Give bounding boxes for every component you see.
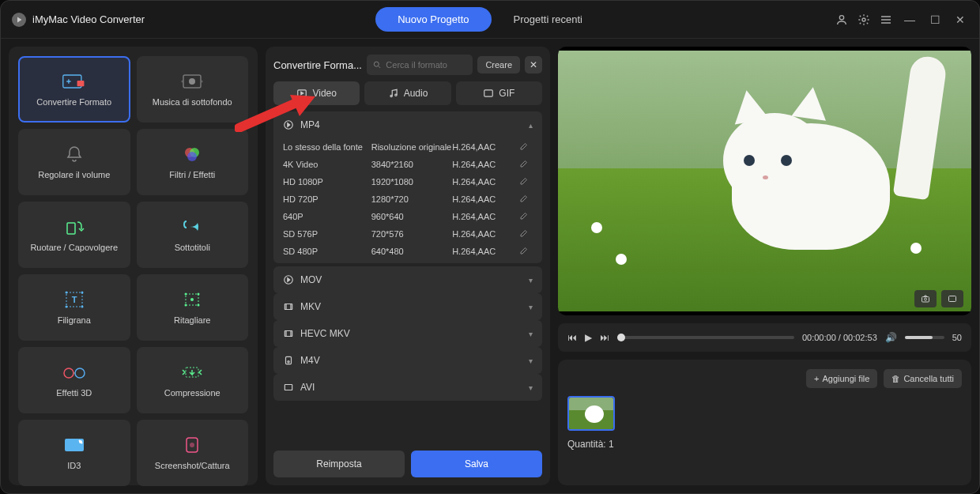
preset-name: HD 1080P	[283, 177, 371, 187]
volume-icon[interactable]: 🔊	[885, 332, 897, 343]
preset-row[interactable]: Lo stesso della fonteRisoluzione origina…	[283, 138, 533, 156]
fullscreen-button[interactable]	[941, 290, 963, 307]
edit-icon[interactable]	[518, 212, 533, 221]
minimize-button[interactable]: —	[902, 13, 918, 26]
edit-icon[interactable]	[518, 194, 533, 204]
scrubber[interactable]	[617, 336, 794, 339]
audio-icon	[388, 88, 399, 99]
preset-row[interactable]: HD 1080P1920*1080H.264,AAC	[283, 173, 533, 190]
tool-filters-effects[interactable]: Filtri / Effetti	[137, 129, 249, 195]
svg-rect-42	[285, 385, 292, 390]
create-button[interactable]: Creare	[477, 56, 520, 74]
preset-row[interactable]: SD 576P720*576H.264,AAC	[283, 225, 533, 243]
tool-label: Ruotare / Capovolgere	[30, 243, 118, 252]
preset-resolution: 1920*1080	[371, 177, 452, 187]
tab-recent-projects[interactable]: Progetti recenti	[492, 7, 605, 32]
preset-row[interactable]: HD 720P1280*720H.264,AAC	[283, 190, 533, 208]
format-name: MOV	[300, 274, 322, 285]
preset-name: SD 480P	[283, 247, 371, 256]
rotate-icon	[62, 217, 87, 236]
tool-screenshot[interactable]: Screenshot/Cattura	[137, 420, 249, 486]
format-group-header[interactable]: HEVC MKV▾	[273, 320, 542, 347]
edit-icon[interactable]	[518, 142, 533, 152]
preset-name: 4K Video	[283, 160, 371, 169]
save-button[interactable]: Salva	[411, 451, 542, 477]
tool-adjust-volume[interactable]: Regolare il volume	[18, 129, 130, 195]
tool-label: ID3	[67, 461, 81, 470]
preset-resolution: Risoluzione originale	[371, 142, 452, 152]
play-button[interactable]: ▶	[585, 332, 592, 343]
svg-point-20	[185, 293, 187, 296]
tab-gif[interactable]: GIF	[456, 81, 542, 105]
format-icon	[283, 355, 294, 366]
maximize-button[interactable]: ☐	[927, 13, 943, 26]
tool-rotate-flip[interactable]: Ruotare / Capovolgere	[18, 202, 130, 268]
svg-point-25	[75, 368, 85, 378]
edit-icon[interactable]	[518, 177, 533, 187]
format-group-header[interactable]: M4V▾	[273, 347, 542, 374]
close-panel-button[interactable]: ✕	[525, 56, 542, 74]
tool-watermark[interactable]: T Filigrana	[18, 274, 130, 341]
tool-compression[interactable]: Compressione	[137, 347, 249, 413]
clear-all-button[interactable]: 🗑 Cancella tutti	[884, 369, 962, 388]
search-icon	[373, 60, 381, 70]
format-group-header[interactable]: MOV▾	[273, 266, 542, 293]
preset-codec: H.264,AAC	[452, 177, 518, 187]
svg-point-10	[187, 152, 197, 161]
menu-icon[interactable]	[880, 13, 892, 26]
format-group-header[interactable]: MP4 ▴	[273, 111, 542, 138]
edit-icon[interactable]	[518, 160, 533, 169]
preset-resolution: 640*480	[371, 247, 452, 256]
svg-point-41	[288, 361, 289, 363]
snapshot-button[interactable]	[914, 290, 937, 307]
volume-slider[interactable]	[905, 336, 944, 339]
svg-point-15	[81, 292, 83, 294]
format-group-mp4: MP4 ▴ Lo stesso della fonteRisoluzione o…	[273, 111, 542, 263]
tool-convert-format[interactable]: Convertire Formato	[18, 56, 130, 123]
convert-icon	[62, 72, 87, 91]
next-button[interactable]: ⏭	[600, 332, 609, 343]
prev-button[interactable]: ⏮	[567, 332, 577, 343]
preset-codec: H.264,AAC	[452, 194, 518, 204]
tool-background-music[interactable]: Musica di sottofondo	[137, 56, 249, 123]
tool-id3[interactable]: ID3	[18, 420, 130, 486]
preset-row[interactable]: SD 480P640*480H.264,AAC	[283, 243, 533, 260]
tool-label: Filigrana	[58, 315, 91, 325]
preset-row[interactable]: 640P960*640H.264,AAC	[283, 208, 533, 225]
video-preview	[558, 47, 971, 315]
search-input-wrapper[interactable]	[367, 55, 473, 75]
preset-row[interactable]: 4K Video3840*2160H.264,AAC	[283, 156, 533, 173]
close-button[interactable]: ✕	[952, 13, 968, 26]
tab-label: GIF	[499, 88, 514, 99]
svg-point-21	[198, 293, 200, 296]
tool-label: Musica di sottofondo	[153, 97, 232, 107]
tab-audio[interactable]: Audio	[364, 81, 450, 105]
user-icon[interactable]	[835, 13, 848, 26]
format-group-mov: MOV▾	[273, 266, 542, 293]
svg-point-14	[65, 292, 67, 294]
search-input[interactable]	[386, 60, 466, 70]
preset-name: HD 720P	[283, 194, 371, 204]
format-group-header[interactable]: AVI▾	[273, 374, 542, 401]
add-label: Aggiungi file	[822, 374, 869, 383]
tab-video[interactable]: Video	[273, 81, 360, 105]
edit-icon[interactable]	[518, 229, 533, 239]
glasses-3d-icon	[62, 363, 87, 382]
tool-3d-effects[interactable]: Effetti 3D	[18, 347, 130, 413]
file-thumbnail[interactable]	[567, 396, 615, 431]
tool-label: Filtri / Effetti	[169, 170, 215, 179]
format-group-header[interactable]: MKV▾	[273, 293, 542, 320]
format-panel: Convertire Forma... Creare ✕ Video Audio	[266, 47, 550, 485]
tab-new-project[interactable]: Nuovo Progetto	[375, 7, 491, 32]
reset-button[interactable]: Reimposta	[273, 451, 405, 477]
preset-codec: H.264,AAC	[452, 247, 518, 256]
svg-point-7	[201, 81, 203, 83]
format-group-mkv: MKV▾	[273, 293, 542, 320]
add-file-button[interactable]: + Aggiungi file	[806, 369, 877, 388]
tool-subtitles[interactable]: Sottotitoli	[137, 202, 249, 268]
time-display: 00:00:00 / 00:02:53	[802, 333, 877, 342]
tool-crop[interactable]: Ritagliare	[137, 274, 249, 341]
edit-icon[interactable]	[518, 247, 533, 256]
tool-label: Effetti 3D	[56, 388, 92, 398]
gear-icon[interactable]	[858, 13, 870, 26]
